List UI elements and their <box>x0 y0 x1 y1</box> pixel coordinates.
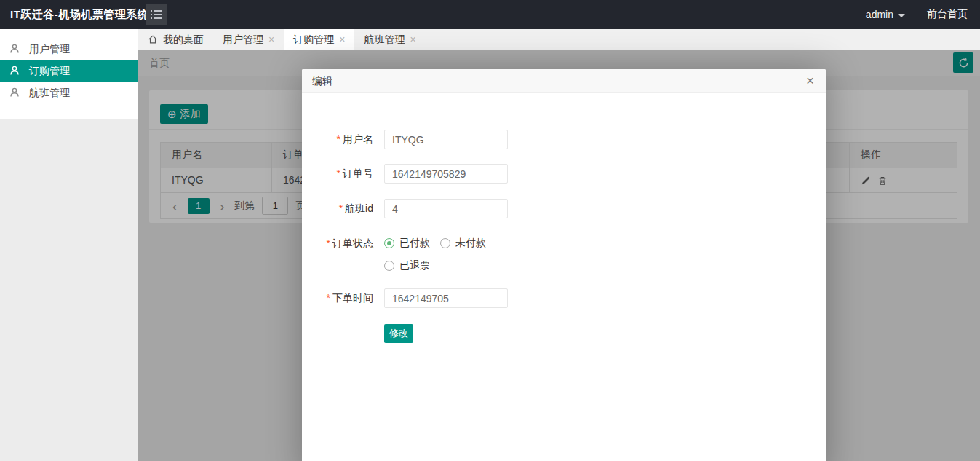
tab-label: 我的桌面 <box>163 29 204 50</box>
submit-button[interactable]: 修改 <box>384 324 413 343</box>
radio-icon <box>440 238 450 248</box>
radio-label: 未付款 <box>455 237 486 250</box>
sidebar-item-label: 用户管理 <box>29 43 70 55</box>
required-mark: * <box>337 168 340 179</box>
sidebar-menu: 用户管理 订购管理 航班管理 <box>0 29 138 119</box>
tab-bar: 我的桌面 用户管理 × 订购管理 × 航班管理 × <box>138 29 980 50</box>
dialog-header: 编辑 × <box>302 69 826 93</box>
tab-my-desktop[interactable]: 我的桌面 <box>138 29 213 50</box>
required-mark: * <box>339 202 343 214</box>
tab-flight-management[interactable]: 航班管理 × <box>354 29 425 50</box>
sidebar-item-order-management[interactable]: 订购管理 <box>0 60 138 82</box>
sidebar: 用户管理 订购管理 航班管理 <box>0 29 138 461</box>
tab-user-management[interactable]: 用户管理 × <box>213 29 284 50</box>
radio-paid[interactable]: 已付款 <box>384 237 430 249</box>
dialog-title: 编辑 <box>312 75 332 87</box>
required-mark: * <box>327 237 330 249</box>
radio-icon <box>384 238 394 248</box>
menu-list-icon <box>151 9 162 20</box>
chevron-down-icon <box>898 14 905 17</box>
order-time-field[interactable] <box>384 288 508 308</box>
front-home-link[interactable]: 前台首页 <box>927 8 968 21</box>
radio-unpaid[interactable]: 未付款 <box>440 237 486 249</box>
tab-label: 用户管理 <box>223 29 263 50</box>
sidebar-item-user-management[interactable]: 用户管理 <box>0 38 138 60</box>
top-header: IT跃迁谷-机场机票管理系统 admin 前台首页 <box>0 0 980 29</box>
field-label-flight-id: *航班id <box>302 199 373 218</box>
radio-icon <box>384 261 394 271</box>
order-no-field[interactable] <box>384 164 508 184</box>
field-label-order-status: *订单状态 <box>302 237 373 249</box>
person-icon <box>9 43 20 55</box>
field-label-username: *用户名 <box>302 130 373 149</box>
home-icon <box>148 34 158 44</box>
user-menu[interactable]: admin <box>866 9 905 20</box>
sidebar-item-label: 订购管理 <box>29 65 70 76</box>
edit-dialog: 编辑 × *用户名 *订单号 *航班id *订单状态 已付款 未付款 已退票 <box>302 69 826 461</box>
sidebar-toggle-button[interactable] <box>146 4 167 25</box>
radio-refunded[interactable]: 已退票 <box>384 260 430 272</box>
user-name: admin <box>866 9 893 20</box>
field-label-order-no: *订单号 <box>302 164 373 184</box>
tab-label: 航班管理 <box>364 29 405 50</box>
username-field[interactable] <box>384 130 508 149</box>
tab-order-management[interactable]: 订购管理 × <box>284 29 354 50</box>
app-title: IT跃迁谷-机场机票管理系统 <box>10 0 148 29</box>
tab-label: 订购管理 <box>293 29 334 50</box>
person-icon <box>9 87 20 98</box>
radio-label: 已退票 <box>399 259 430 272</box>
sidebar-item-label: 航班管理 <box>29 87 70 98</box>
flight-id-field[interactable] <box>384 199 508 218</box>
required-mark: * <box>337 133 340 145</box>
close-icon[interactable]: × <box>339 34 345 44</box>
required-mark: * <box>327 292 330 304</box>
sidebar-item-flight-management[interactable]: 航班管理 <box>0 82 138 103</box>
dialog-body: *用户名 *订单号 *航班id *订单状态 已付款 未付款 已退票 *下单时间 <box>302 93 826 461</box>
radio-label: 已付款 <box>399 237 430 250</box>
person-icon <box>9 65 20 76</box>
close-icon[interactable]: × <box>410 34 415 44</box>
close-icon[interactable]: × <box>806 69 814 93</box>
close-icon[interactable]: × <box>268 34 274 44</box>
field-label-order-time: *下单时间 <box>302 288 373 308</box>
